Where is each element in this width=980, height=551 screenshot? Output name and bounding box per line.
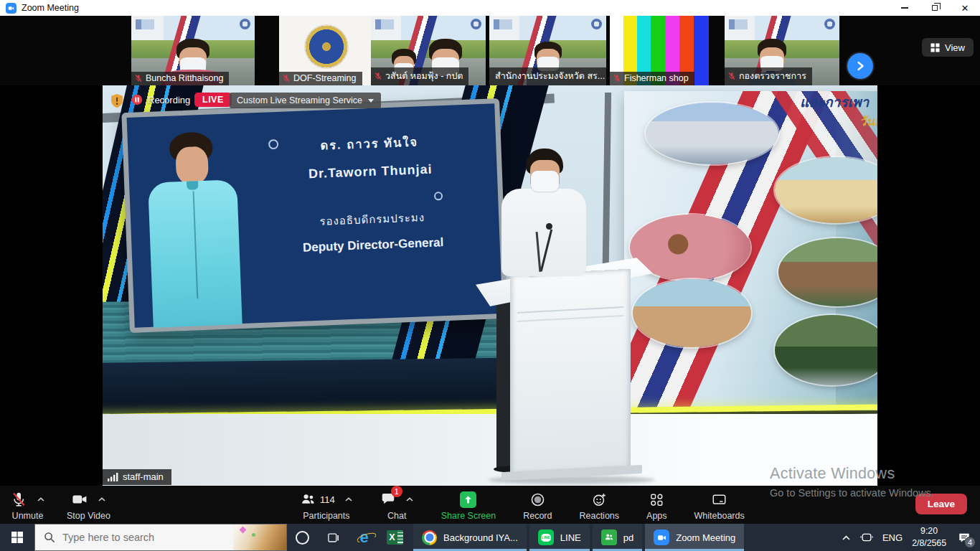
meeting-security-icon[interactable]	[110, 93, 124, 109]
event-collage-screen: และการเพา วันอั	[624, 91, 877, 410]
muted-mic-icon	[134, 74, 143, 83]
unmute-button[interactable]: Unmute	[10, 491, 45, 521]
search-icon	[44, 532, 55, 543]
participants-button[interactable]: 114 Participants	[300, 491, 353, 521]
clock-date: 2/8/2565	[912, 537, 946, 550]
apps-button[interactable]: Apps	[646, 491, 667, 521]
tray-chevron-up-icon[interactable]	[842, 534, 851, 541]
participant-name-label: Buncha Ritthaisong	[131, 72, 229, 85]
task-view-icon	[327, 532, 339, 544]
signal-bars-icon	[108, 472, 118, 481]
stop-video-button[interactable]: Stop Video	[67, 491, 110, 521]
search-box-daily-image[interactable]	[233, 524, 286, 550]
taskbar-app-line[interactable]: LINE LINE	[529, 524, 590, 551]
cortana-icon	[296, 531, 309, 545]
participant-tile[interactable]: DOF-Streaming	[279, 16, 373, 85]
collage-photo-oval	[775, 315, 877, 385]
share-screen-icon	[460, 491, 476, 508]
muted-mic-icon	[727, 72, 736, 80]
taskbar-app-zoom[interactable]: Zoom Meeting	[645, 524, 744, 551]
speaker-role-thai: รองอธิบดีกรมประมง	[251, 206, 494, 232]
chevron-up-icon[interactable]	[405, 496, 414, 502]
studio-floor	[103, 414, 877, 486]
department-of-fisheries-seal	[306, 26, 347, 67]
record-button[interactable]: Record	[523, 491, 552, 521]
streaming-service-dropdown[interactable]: Custom Live Streaming Service	[230, 93, 381, 108]
recording-paused-icon	[131, 94, 143, 105]
restore-button[interactable]	[920, 0, 950, 16]
taskbar-app-pd[interactable]: pd	[593, 524, 642, 551]
windows-taskbar: e X Background IYA... LINE LINE pd Zoom …	[0, 524, 980, 551]
chat-button[interactable]: 1 Chat	[380, 491, 414, 521]
podium	[510, 269, 631, 475]
participant-name-label: DOF-Streaming	[279, 72, 362, 85]
excel-button[interactable]: X	[380, 524, 410, 551]
window-titlebar: Zoom Meeting ✕	[0, 0, 980, 16]
participants-count: 114	[320, 494, 335, 505]
task-view-button[interactable]	[318, 524, 349, 551]
action-center-button[interactable]: 4	[956, 529, 973, 546]
minimize-button[interactable]	[890, 0, 920, 16]
record-icon	[529, 491, 546, 508]
clock-time: 9:20	[912, 525, 946, 537]
video-camera-icon	[71, 491, 88, 508]
participant-name-label: วสันต์ หอมฟุ้ง - กปต	[371, 67, 468, 85]
zoom-meeting-window: Zoom Meeting ✕ Buncha Ritthaisong	[0, 0, 980, 551]
participant-tile[interactable]: Buncha Ritthaisong	[131, 16, 255, 85]
speaker-name-thai: ดร. ถาวร ทันใจ	[248, 130, 491, 158]
language-indicator[interactable]: ENG	[882, 532, 903, 543]
face-mask	[531, 171, 559, 192]
participant-name-label: กองตรวจราชการ	[725, 67, 812, 85]
chrome-icon	[422, 530, 437, 545]
taskbar-search[interactable]	[34, 524, 287, 551]
internet-explorer-button[interactable]: e	[349, 524, 380, 551]
internet-explorer-icon: e	[359, 529, 368, 545]
share-screen-button[interactable]: Share Screen	[441, 491, 496, 521]
taskbar-clock[interactable]: 9:20 2/8/2565	[912, 525, 946, 549]
system-tray: ENG 9:20 2/8/2565 4	[842, 524, 980, 551]
start-button[interactable]	[0, 524, 34, 551]
collage-photo-oval	[778, 238, 877, 306]
close-button[interactable]: ✕	[950, 0, 980, 16]
grid-view-icon	[930, 43, 940, 52]
window-title: Zoom Meeting	[22, 3, 79, 13]
whiteboard-icon	[711, 491, 727, 508]
participant-name-label: สำนักงานประมงจังหวัด สร...	[489, 67, 606, 85]
meeting-toolbar: Unmute Stop Video 114 Participants	[0, 486, 980, 524]
muted-mic-icon	[10, 491, 27, 508]
speaker-role-english: Deputy Director-General	[252, 233, 494, 257]
collage-photo-oval	[646, 103, 778, 164]
chevron-right-icon	[855, 61, 865, 71]
participant-name-label: Fisherman shop	[610, 72, 694, 85]
view-button[interactable]: View	[922, 38, 974, 57]
participant-tile[interactable]: สำนักงานประมงจังหวัด สร...	[489, 16, 606, 85]
notification-count-badge: 4	[964, 537, 976, 548]
next-participants-button[interactable]	[847, 53, 873, 79]
chevron-up-icon[interactable]	[344, 496, 353, 502]
leave-meeting-button[interactable]: Leave	[915, 494, 967, 514]
chevron-up-icon[interactable]	[37, 496, 45, 502]
zoom-icon	[654, 529, 669, 545]
apps-icon	[649, 491, 665, 508]
participant-strip: Buncha Ritthaisong DOF-Streaming	[0, 16, 980, 85]
backdrop-subtitle-thai: วันอั	[859, 111, 877, 131]
reactions-smiley-icon	[591, 491, 608, 508]
cortana-button[interactable]	[287, 524, 318, 551]
meet-now-icon[interactable]	[860, 532, 873, 543]
whiteboards-button[interactable]: Whiteboards	[694, 491, 745, 521]
view-button-label: View	[945, 42, 965, 53]
backdrop-title-thai: และการเพา	[800, 91, 869, 113]
participant-tile[interactable]: วสันต์ หอมฟุ้ง - กปต	[371, 16, 486, 85]
chevron-up-icon[interactable]	[98, 496, 106, 502]
participant-tile[interactable]: กองตรวจราชการ	[725, 16, 839, 85]
search-input[interactable]	[62, 532, 199, 543]
speaker-intro-slide: ดร. ถาวร ทันใจ Dr.Taworn Thunjai รองอธิบ…	[121, 98, 507, 333]
excel-icon: X	[387, 530, 403, 545]
collage-photo-oval	[633, 279, 751, 347]
pd-app-icon	[601, 529, 617, 545]
speaker-name-english: Dr.Taworn Thunjai	[249, 160, 491, 184]
speaker-intro-text: ดร. ถาวร ทันใจ Dr.Taworn Thunjai รองอธิบ…	[248, 130, 494, 258]
participant-tile[interactable]: Fisherman shop	[610, 16, 709, 85]
reactions-button[interactable]: Reactions	[579, 491, 619, 521]
taskbar-app-chrome[interactable]: Background IYA...	[413, 524, 527, 551]
